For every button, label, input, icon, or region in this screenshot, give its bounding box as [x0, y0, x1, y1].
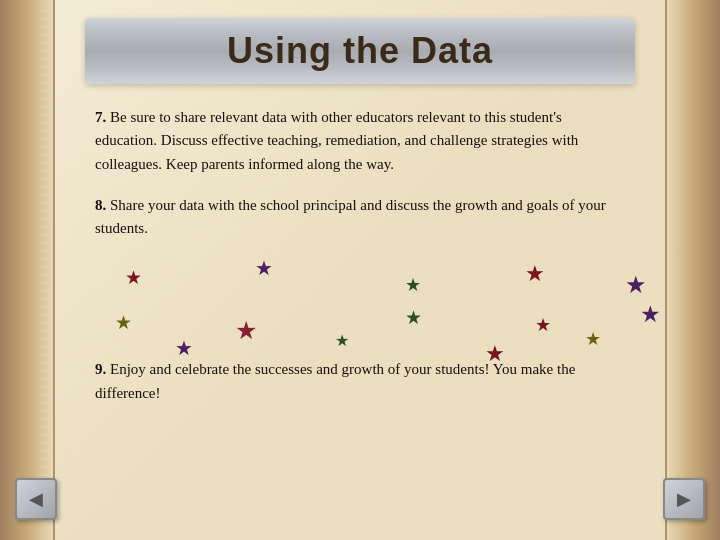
- star-3: ★: [405, 276, 421, 294]
- page-container: Using the Data 7. Be sure to share relev…: [0, 0, 720, 540]
- forward-icon: ▶: [677, 488, 691, 510]
- star-1: ★: [125, 268, 142, 287]
- star-10: ★: [640, 303, 661, 326]
- paragraph-9: 9. Enjoy and celebrate the successes and…: [95, 358, 625, 405]
- right-spine: [665, 0, 720, 540]
- paragraph-9-text: Enjoy and celebrate the successes and gr…: [95, 361, 575, 400]
- main-content: Using the Data 7. Be sure to share relev…: [55, 0, 665, 540]
- extra-star-0: ★: [175, 338, 193, 358]
- paragraph-8-text: Share your data with the school principa…: [95, 197, 606, 236]
- paragraph-7: 7. Be sure to share relevant data with o…: [95, 106, 625, 176]
- star-5: ★: [625, 273, 647, 297]
- paragraph-7-number: 7.: [95, 109, 106, 125]
- stars-area: ★★★★★★★★★★★★★★: [95, 258, 625, 358]
- paragraph-9-number: 9.: [95, 361, 106, 377]
- extra-star-1: ★: [335, 333, 349, 349]
- star-4: ★: [525, 263, 545, 285]
- nav-back-button[interactable]: ◀: [15, 478, 57, 520]
- star-6: ★: [115, 313, 132, 332]
- star-9: ★: [535, 316, 551, 334]
- star-8: ★: [405, 308, 422, 327]
- star-7: ★: [235, 318, 257, 343]
- nav-forward-button[interactable]: ▶: [663, 478, 705, 520]
- left-spine: [0, 0, 55, 540]
- extra-star-3: ★: [585, 330, 601, 348]
- back-icon: ◀: [29, 488, 43, 510]
- paragraph-8-number: 8.: [95, 197, 106, 213]
- star-2: ★: [255, 258, 273, 278]
- paragraph-8: 8. Share your data with the school princ…: [95, 194, 625, 241]
- title-banner: Using the Data: [85, 18, 635, 84]
- extra-star-2: ★: [485, 343, 505, 365]
- paragraph-7-text: Be sure to share relevant data with othe…: [95, 109, 578, 172]
- content-area: 7. Be sure to share relevant data with o…: [55, 84, 665, 433]
- page-title: Using the Data: [227, 30, 493, 71]
